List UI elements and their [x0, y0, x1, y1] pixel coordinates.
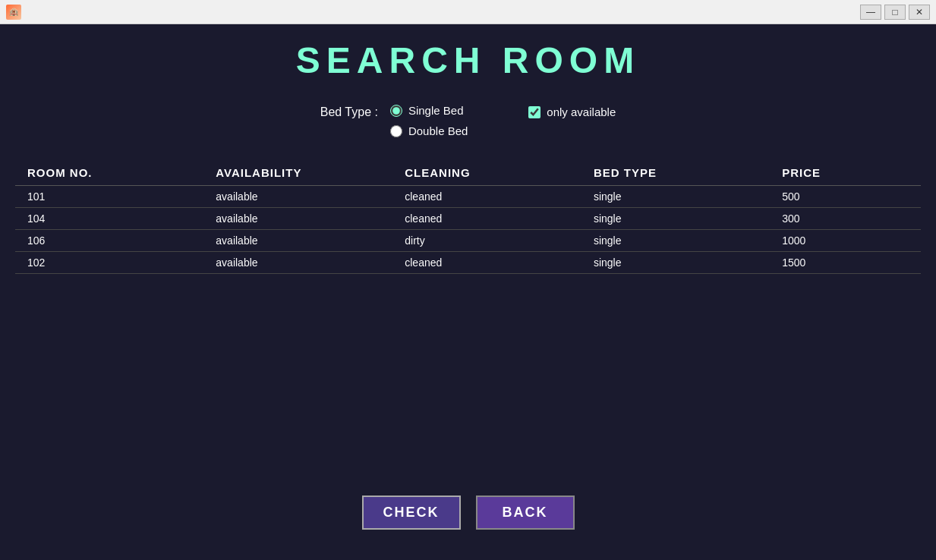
bed-type-group: Bed Type : Single Bed Double Bed	[320, 104, 468, 137]
title-bar: 🏨 — □ ✕	[0, 0, 936, 24]
cell-cleaning: dirty	[392, 230, 581, 252]
header-price: PRICE	[770, 160, 921, 186]
cell-bed-type: single	[581, 230, 770, 252]
cell-bed-type: single	[581, 252, 770, 274]
single-bed-label: Single Bed	[408, 104, 464, 117]
cell-price: 500	[770, 186, 921, 208]
app-icon: 🏨	[6, 5, 21, 20]
header-bed-type: BED TYPE	[581, 160, 770, 186]
bed-type-label: Bed Type :	[320, 105, 378, 119]
only-available-group[interactable]: only available	[528, 105, 616, 118]
filter-section: Bed Type : Single Bed Double Bed only av…	[15, 104, 921, 137]
only-available-label: only available	[547, 105, 616, 118]
table-row: 104availablecleanedsingle300	[15, 208, 921, 230]
check-button[interactable]: CHECK	[362, 496, 461, 530]
main-content: SEARCH ROOM Bed Type : Single Bed Double…	[0, 24, 936, 560]
cell-price: 1000	[770, 230, 921, 252]
cell-room-no: 104	[15, 208, 203, 230]
cell-availability: available	[203, 208, 392, 230]
cell-bed-type: single	[581, 186, 770, 208]
minimize-button[interactable]: —	[860, 5, 881, 20]
cell-cleaning: cleaned	[392, 208, 581, 230]
cell-cleaning: cleaned	[392, 186, 581, 208]
title-bar-left: 🏨	[6, 5, 21, 20]
cell-availability: available	[203, 230, 392, 252]
cell-availability: available	[203, 186, 392, 208]
button-row: CHECK BACK	[362, 496, 575, 545]
maximize-button[interactable]: □	[884, 5, 906, 20]
table-header-row: ROOM NO. AVAILABILITY CLEANING BED TYPE …	[15, 160, 921, 186]
cell-price: 1500	[770, 252, 921, 274]
close-button[interactable]: ✕	[909, 5, 930, 20]
title-bar-controls: — □ ✕	[860, 5, 930, 20]
double-bed-label: Double Bed	[408, 124, 468, 137]
table-body: 101availablecleanedsingle500104available…	[15, 186, 921, 274]
cell-bed-type: single	[581, 208, 770, 230]
cell-cleaning: cleaned	[392, 252, 581, 274]
cell-availability: available	[203, 252, 392, 274]
single-bed-option[interactable]: Single Bed	[390, 104, 468, 117]
cell-room-no: 106	[15, 230, 203, 252]
cell-price: 300	[770, 208, 921, 230]
cell-room-no: 101	[15, 186, 203, 208]
table-row: 106availabledirtysingle1000	[15, 230, 921, 252]
rooms-table: ROOM NO. AVAILABILITY CLEANING BED TYPE …	[15, 160, 921, 274]
page-title: SEARCH ROOM	[296, 39, 640, 81]
single-bed-radio[interactable]	[390, 105, 402, 117]
cell-room-no: 102	[15, 252, 203, 274]
table-row: 101availablecleanedsingle500	[15, 186, 921, 208]
header-room-no: ROOM NO.	[15, 160, 203, 186]
header-availability: AVAILABILITY	[203, 160, 392, 186]
double-bed-radio[interactable]	[390, 125, 402, 137]
only-available-checkbox[interactable]	[528, 106, 540, 118]
radio-group: Single Bed Double Bed	[390, 104, 468, 137]
header-cleaning: CLEANING	[392, 160, 581, 186]
back-button[interactable]: BACK	[476, 496, 575, 530]
table-row: 102availablecleanedsingle1500	[15, 252, 921, 274]
double-bed-option[interactable]: Double Bed	[390, 124, 468, 137]
